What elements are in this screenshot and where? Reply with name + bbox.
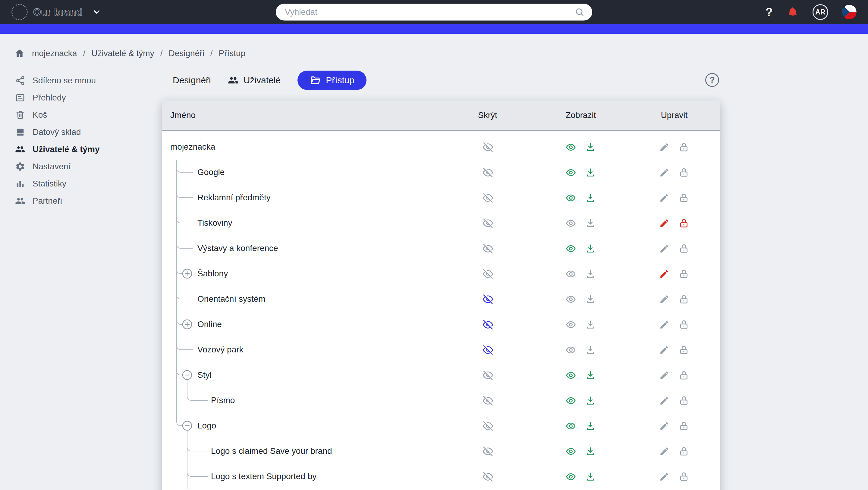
lock-toggle-icon[interactable] <box>679 218 689 229</box>
edit-toggle-icon[interactable] <box>659 345 670 355</box>
home-icon[interactable] <box>14 48 25 59</box>
sidebar-item-uzivatele-tymy[interactable]: Uživatelé & týmy <box>0 141 162 158</box>
view-toggle-icon[interactable] <box>566 446 577 457</box>
hide-toggle-icon[interactable] <box>483 142 494 153</box>
view-toggle-icon[interactable] <box>566 218 577 229</box>
edit-toggle-icon[interactable] <box>659 370 670 381</box>
hide-toggle-icon[interactable] <box>483 294 494 305</box>
collapse-minus-icon[interactable] <box>182 420 193 431</box>
download-toggle-icon[interactable] <box>585 395 596 406</box>
download-toggle-icon[interactable] <box>585 370 596 381</box>
lock-toggle-icon[interactable] <box>679 243 689 254</box>
lock-toggle-icon[interactable] <box>679 446 689 457</box>
tab-uzivatele[interactable]: Uživatelé <box>228 75 281 86</box>
edit-toggle-icon[interactable] <box>659 294 670 305</box>
sidebar-item-kos[interactable]: Koš <box>0 106 162 123</box>
edit-toggle-icon[interactable] <box>659 167 670 178</box>
view-toggle-icon[interactable] <box>566 193 577 203</box>
breadcrumb-item[interactable]: mojeznacka <box>32 49 77 58</box>
view-toggle-icon[interactable] <box>566 167 577 178</box>
download-toggle-icon[interactable] <box>585 193 596 203</box>
breadcrumb-item[interactable]: Uživatelé & týmy <box>91 49 154 58</box>
edit-toggle-icon[interactable] <box>659 471 670 482</box>
brand-switcher[interactable]: Our brand <box>11 0 101 24</box>
lock-toggle-icon[interactable] <box>679 370 689 381</box>
edit-toggle-icon[interactable] <box>659 395 670 406</box>
tree-elbow <box>176 236 193 249</box>
hide-toggle-icon[interactable] <box>483 243 494 254</box>
lock-toggle-icon[interactable] <box>679 268 689 279</box>
hide-toggle-icon[interactable] <box>483 421 494 431</box>
help-button[interactable]: ? <box>766 6 773 18</box>
download-toggle-icon[interactable] <box>585 294 596 305</box>
avatar[interactable]: AR <box>812 4 828 20</box>
edit-toggle-icon[interactable] <box>659 268 670 279</box>
view-toggle-icon[interactable] <box>566 370 577 381</box>
tab-designeri[interactable]: Designéři <box>173 75 211 85</box>
notifications-bell-icon[interactable] <box>786 6 799 18</box>
download-toggle-icon[interactable] <box>585 345 596 355</box>
lock-toggle-icon[interactable] <box>679 294 689 305</box>
sidebar-item-partneri[interactable]: Partneři <box>0 192 162 209</box>
download-toggle-icon[interactable] <box>585 319 596 330</box>
view-toggle-icon[interactable] <box>566 243 577 254</box>
hide-toggle-icon[interactable] <box>483 370 494 381</box>
edit-toggle-icon[interactable] <box>659 446 670 457</box>
view-toggle-icon[interactable] <box>566 421 577 431</box>
hide-toggle-icon[interactable] <box>483 395 494 406</box>
table-row: Tiskoviny <box>162 210 720 236</box>
hide-toggle-icon[interactable] <box>483 345 494 355</box>
lock-toggle-icon[interactable] <box>679 193 689 203</box>
lock-toggle-icon[interactable] <box>679 471 689 482</box>
download-toggle-icon[interactable] <box>585 243 596 254</box>
hide-toggle-icon[interactable] <box>483 268 494 279</box>
hide-toggle-icon[interactable] <box>483 446 494 457</box>
breadcrumb-item[interactable]: Designéři <box>168 49 204 58</box>
sidebar-item-datovy-sklad[interactable]: Datový sklad <box>0 123 162 141</box>
view-toggle-icon[interactable] <box>566 345 577 355</box>
sidebar-item-prehledy[interactable]: Přehledy <box>0 89 162 106</box>
edit-toggle-icon[interactable] <box>659 142 670 153</box>
lock-toggle-icon[interactable] <box>679 142 689 153</box>
edit-toggle-icon[interactable] <box>659 218 670 229</box>
hide-toggle-icon[interactable] <box>483 471 494 482</box>
edit-toggle-icon[interactable] <box>659 319 670 330</box>
download-toggle-icon[interactable] <box>585 421 596 431</box>
edit-toggle-icon[interactable] <box>659 421 670 431</box>
download-toggle-icon[interactable] <box>585 167 596 178</box>
download-toggle-icon[interactable] <box>585 142 596 153</box>
lock-toggle-icon[interactable] <box>679 345 689 355</box>
download-toggle-icon[interactable] <box>585 268 596 279</box>
lock-toggle-icon[interactable] <box>679 395 689 406</box>
view-toggle-icon[interactable] <box>566 395 577 406</box>
hide-toggle-icon[interactable] <box>483 193 494 203</box>
hide-toggle-icon[interactable] <box>483 167 494 178</box>
download-toggle-icon[interactable] <box>585 218 596 229</box>
expand-plus-icon[interactable] <box>182 319 193 330</box>
expand-plus-icon[interactable] <box>182 268 193 279</box>
lock-toggle-icon[interactable] <box>679 319 689 330</box>
view-toggle-icon[interactable] <box>566 268 577 279</box>
sidebar-item-sdileno-se-mnou[interactable]: Sdíleno se mnou <box>0 72 162 89</box>
collapse-minus-icon[interactable] <box>182 370 193 380</box>
download-toggle-icon[interactable] <box>585 471 596 482</box>
search-icon[interactable] <box>575 7 584 17</box>
tab-pristup[interactable]: Přístup <box>298 70 367 90</box>
view-toggle-icon[interactable] <box>566 294 577 305</box>
search-input[interactable] <box>285 7 575 17</box>
download-toggle-icon[interactable] <box>585 446 596 457</box>
view-toggle-icon[interactable] <box>566 319 577 330</box>
language-flag-czech[interactable] <box>842 5 857 19</box>
sidebar-item-statistiky[interactable]: Statistiky <box>0 175 162 192</box>
sidebar-item-nastaveni[interactable]: Nastavení <box>0 158 162 175</box>
view-toggle-icon[interactable] <box>566 471 577 482</box>
page-help-button[interactable]: ? <box>705 73 719 87</box>
view-toggle-icon[interactable] <box>566 142 577 153</box>
hide-toggle-icon[interactable] <box>483 319 494 330</box>
breadcrumb-item[interactable]: Přístup <box>219 49 246 58</box>
lock-toggle-icon[interactable] <box>679 421 689 431</box>
lock-toggle-icon[interactable] <box>679 167 689 178</box>
hide-toggle-icon[interactable] <box>483 218 494 229</box>
edit-toggle-icon[interactable] <box>659 193 670 203</box>
edit-toggle-icon[interactable] <box>659 243 670 254</box>
